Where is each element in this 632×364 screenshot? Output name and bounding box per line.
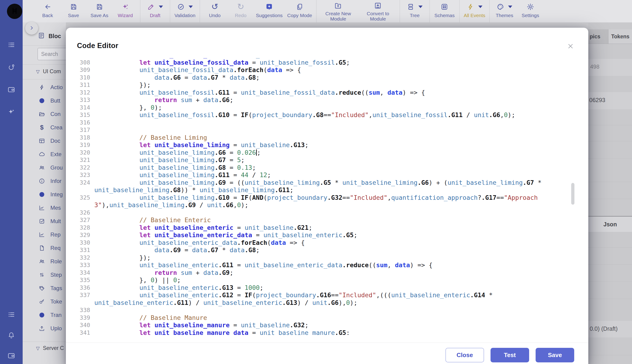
- sparkles-icon[interactable]: [7, 108, 16, 116]
- code-line[interactable]: 328 let unit_baseline_enteric = unit_bas…: [76, 224, 577, 232]
- code-line[interactable]: 320 unit_baseline_liming.G6 = 0.026;: [76, 149, 577, 156]
- toolbar-button-validation[interactable]: Validation: [172, 0, 198, 22]
- toolbar-button-settings[interactable]: Settings: [517, 0, 543, 22]
- table-value: 06293: [589, 97, 605, 104]
- caret-down-icon: [508, 6, 512, 8]
- toolbar-button-back[interactable]: Back: [35, 0, 61, 22]
- line-number: 309: [76, 66, 90, 74]
- toolbar-button-save-as[interactable]: Save As: [87, 0, 112, 22]
- blocks-item-step[interactable]: Step: [23, 268, 66, 282]
- code-line[interactable]: 329 let unit_baseline_enteric_data = uni…: [76, 232, 577, 239]
- toolbar-button-create-new-module[interactable]: Create New Module: [318, 0, 358, 22]
- code-line[interactable]: 317: [76, 126, 577, 134]
- code-line[interactable]: 327 // Baseline Enteric: [76, 216, 577, 224]
- section-ui-components[interactable]: ▽ UI Com: [35, 68, 62, 75]
- code-line[interactable]: 332 });: [76, 254, 577, 262]
- save-button[interactable]: Save: [536, 348, 574, 362]
- blocks-item-con[interactable]: Con: [23, 108, 66, 121]
- code-line[interactable]: 314 }, 0);: [76, 104, 577, 112]
- blocks-item-uplo[interactable]: Uplo: [23, 322, 66, 335]
- blocks-item-role[interactable]: Role: [23, 255, 66, 268]
- code-line[interactable]: 333 unit_baseline_enteric.G11 = unit_bas…: [76, 262, 577, 269]
- code-line[interactable]: 331 data.G9 = data.G7 * data.G8;: [76, 246, 577, 254]
- code-line[interactable]: 311 });: [76, 81, 577, 89]
- toolbar-button-wizard[interactable]: Wizard: [112, 0, 138, 22]
- blocks-item-integ[interactable]: Integ: [23, 188, 66, 201]
- toolbar-button-label: Schemas: [434, 13, 455, 18]
- tab-tokens[interactable]: Tokens: [608, 29, 632, 44]
- tab-topics-fragment[interactable]: pics: [590, 29, 600, 44]
- code-line[interactable]: 324 unit_baseline_liming.G9 = ((unit_bas…: [76, 179, 577, 186]
- blocks-item-tran[interactable]: Tran: [23, 308, 66, 322]
- code-line[interactable]: 337 unit_baseline_enteric.G12 = IF(proje…: [76, 292, 577, 299]
- toolbar-button-copy-mode[interactable]: Copy Mode: [285, 0, 314, 22]
- code-line[interactable]: 313 return sum + data.G6;: [76, 96, 577, 104]
- close-button[interactable]: Close: [445, 348, 484, 362]
- blocks-item-mes[interactable]: Mes: [23, 201, 66, 214]
- toolbar-button-suggestions[interactable]: Suggestions: [254, 0, 285, 22]
- blocks-item-mult[interactable]: Mult: [23, 214, 66, 228]
- list-icon[interactable]: [7, 41, 16, 49]
- toolbar-button-save[interactable]: Save: [61, 0, 87, 22]
- wallet-icon[interactable]: [7, 352, 16, 360]
- code-line[interactable]: 338: [76, 306, 577, 314]
- blocks-item-butt[interactable]: Butt: [23, 94, 66, 108]
- blocks-item-tags[interactable]: Tags: [23, 282, 66, 295]
- code-line[interactable]: 3"),unit_baseline_liming.G9 / unit.G6,0)…: [76, 202, 577, 209]
- code-line[interactable]: 321 unit_baseline_liming.G7 = 5;: [76, 156, 577, 164]
- blocks-item-rep[interactable]: Rep: [23, 228, 66, 241]
- code-line[interactable]: 323 unit_baseline_liming.G11 = 44 / 12;: [76, 172, 577, 179]
- blocks-item-toke[interactable]: Toke: [23, 295, 66, 308]
- link-icon[interactable]: [7, 63, 16, 71]
- blocks-item-crea[interactable]: $Crea: [23, 121, 66, 134]
- code-line[interactable]: 310 data.G6 = data.G7 * data.G8;: [76, 74, 577, 82]
- toolbar-button-convert-to-module[interactable]: Convert to Module: [358, 0, 398, 22]
- code-line[interactable]: 340 let unit_baseline_manure = unit_base…: [76, 322, 577, 329]
- toolbar-button-draft[interactable]: Draft: [142, 0, 168, 22]
- code-line[interactable]: 339 // Baseline Manure: [76, 314, 577, 322]
- toolbar-button-redo[interactable]: ↻Redo: [228, 0, 254, 22]
- code-line[interactable]: 312 unit_baseline_fossil.G11 = unit_base…: [76, 89, 577, 96]
- app-logo[interactable]: [7, 4, 22, 19]
- search-input[interactable]: [38, 48, 66, 60]
- code-line[interactable]: 319 let unit_baseline_liming = unit_base…: [76, 141, 577, 149]
- code-line[interactable]: 325 unit_baseline_liming.G10 = IF(AND(pr…: [76, 194, 577, 202]
- code-line[interactable]: 316: [76, 119, 577, 126]
- toolbar-button-schemas[interactable]: Schemas: [432, 0, 457, 22]
- code-line[interactable]: 335 }, 0) || 0;: [76, 276, 577, 284]
- code-line[interactable]: 309 unit_baseline_fossil_data.forEach(da…: [76, 66, 577, 74]
- code-line[interactable]: 330 unit_baseline_enteric_data.forEach(d…: [76, 239, 577, 247]
- blocks-item-req[interactable]: Req: [23, 241, 66, 255]
- blocks-item-doc[interactable]: Doc: [23, 134, 66, 148]
- table-value: 498: [590, 64, 599, 70]
- toolbar-group: Create New ModuleConvert to Module: [316, 0, 400, 22]
- code-editor[interactable]: 307 let unit_baseline_fossil = unit_base…: [76, 58, 577, 335]
- list-icon[interactable]: [7, 310, 16, 319]
- code-line[interactable]: 315 unit_baseline_fossil.G10 = IF(projec…: [76, 111, 577, 119]
- json-tab[interactable]: Json: [588, 216, 632, 232]
- section-server-components[interactable]: ▽ Server C: [35, 345, 65, 352]
- code-line[interactable]: 308 let unit_baseline_fossil_data = unit…: [76, 59, 577, 66]
- wallet-icon[interactable]: [7, 86, 16, 94]
- expand-sidebar-button[interactable]: [25, 22, 38, 35]
- toolbar-button-all-events[interactable]: All Events: [461, 0, 488, 22]
- close-icon[interactable]: [566, 42, 575, 51]
- blocks-item-exte[interactable]: Exte: [23, 148, 66, 161]
- code-line[interactable]: 322 unit_baseline_liming.G8 = 0.13;: [76, 164, 577, 172]
- toolbar-button-undo[interactable]: ↺Undo: [202, 0, 228, 22]
- code-line[interactable]: 318 // Baseline Liming: [76, 134, 577, 142]
- toolbar-button-tree[interactable]: Tree: [402, 0, 428, 22]
- test-button[interactable]: Test: [491, 348, 529, 362]
- blocks-item-infor[interactable]: Infor: [23, 174, 66, 188]
- bell-icon[interactable]: [7, 331, 16, 339]
- code-line[interactable]: 334 return sum + data.G9;: [76, 269, 577, 277]
- scrollbar-thumb[interactable]: [571, 183, 574, 205]
- code-line[interactable]: 326: [76, 209, 577, 217]
- code-line[interactable]: 336 unit_baseline_enteric.G13 = 1000;: [76, 284, 577, 292]
- code-line[interactable]: unit_baseline_enteric.G11) / unit_baseli…: [76, 299, 577, 307]
- toolbar-button-themes[interactable]: Themes: [491, 0, 517, 22]
- blocks-item-grou[interactable]: Grou: [23, 161, 66, 174]
- code-line[interactable]: unit_baseline_liming.G8)) * unit_baselin…: [76, 186, 577, 194]
- blocks-item-actio[interactable]: Actio: [23, 80, 66, 94]
- code-line[interactable]: 341 let unit_baseline_manure_data = unit…: [76, 329, 577, 335]
